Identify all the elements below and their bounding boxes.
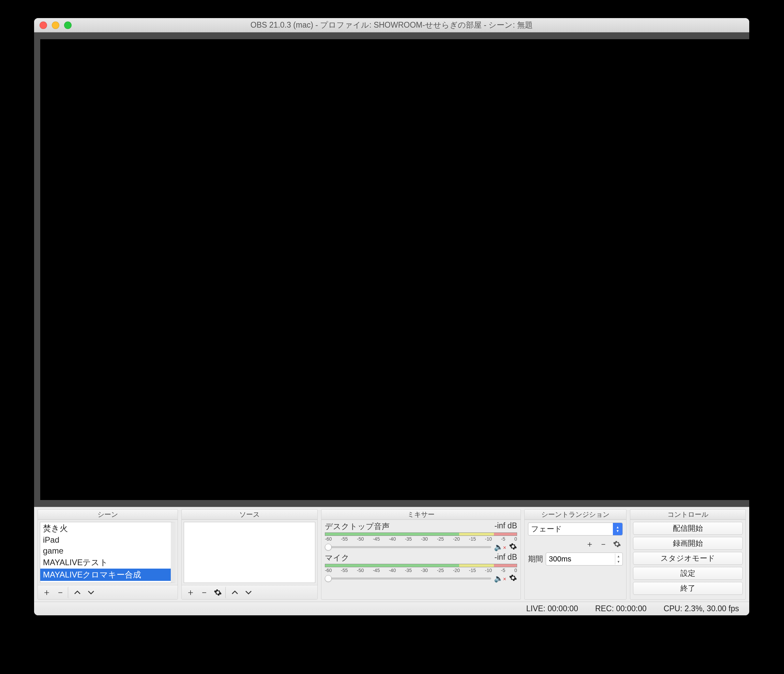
scene-add-button[interactable]: ＋ xyxy=(40,587,53,598)
source-add-button[interactable]: ＋ xyxy=(184,587,198,598)
window-title: OBS 21.0.3 (mac) - プロファイル: SHOWROOM-せせらぎ… xyxy=(34,20,749,30)
control-button[interactable]: 設定 xyxy=(633,567,743,580)
gear-icon xyxy=(214,588,222,597)
sources-toolbar: ＋ － xyxy=(182,585,317,599)
channel-settings-button[interactable] xyxy=(509,574,517,583)
source-remove-button[interactable]: － xyxy=(198,587,211,598)
stepper-icon[interactable]: ▲▼ xyxy=(615,554,622,565)
sources-list[interactable] xyxy=(184,522,315,583)
controls-header: コントロール xyxy=(630,510,745,520)
scene-item[interactable]: iPad xyxy=(40,535,171,545)
scene-item[interactable]: MAYALIVEクロマキー合成 xyxy=(40,569,171,581)
mixer-channel: デスクトップ音声-inf dB-60-55-50-45-40-35-30-25-… xyxy=(325,521,517,552)
scene-item[interactable]: 焚き火 xyxy=(40,522,171,535)
transition-select[interactable]: フェード ▲▼ xyxy=(528,523,623,535)
volume-slider[interactable] xyxy=(325,577,491,579)
preview-canvas[interactable] xyxy=(40,39,749,500)
transitions-panel: シーントランジション フェード ▲▼ ＋ － 期間 xyxy=(524,509,627,600)
source-properties-button[interactable] xyxy=(211,587,225,598)
control-button[interactable]: 録画開始 xyxy=(633,537,743,550)
duration-value: 300ms xyxy=(549,555,571,563)
mixer-header: ミキサー xyxy=(322,510,521,520)
mute-icon[interactable]: 🔈× xyxy=(494,543,506,552)
scene-item[interactable]: MAYALIVEテスト xyxy=(40,556,171,569)
mixer-panel: ミキサー デスクトップ音声-inf dB-60-55-50-45-40-35-3… xyxy=(321,509,521,600)
controls-panel: コントロール 配信開始録画開始スタジオモード設定終了 xyxy=(630,509,746,600)
transitions-header: シーントランジション xyxy=(524,510,626,520)
source-move-up-button[interactable] xyxy=(228,587,242,598)
status-live: LIVE: 00:00:00 xyxy=(526,604,578,613)
scene-remove-button[interactable]: － xyxy=(53,587,67,598)
status-cpu: CPU: 2.3%, 30.00 fps xyxy=(664,604,739,613)
channel-name: マイク xyxy=(325,552,349,563)
separator xyxy=(68,587,70,598)
channel-settings-button[interactable] xyxy=(509,542,517,552)
channel-level: -inf dB xyxy=(495,521,517,532)
scene-move-up-button[interactable] xyxy=(70,587,84,598)
duration-label: 期間 xyxy=(528,554,543,564)
titlebar: OBS 21.0.3 (mac) - プロファイル: SHOWROOM-せせらぎ… xyxy=(34,18,749,33)
mixer-channel: マイク-inf dB-60-55-50-45-40-35-30-25-20-15… xyxy=(325,552,517,583)
statusbar: LIVE: 00:00:00 REC: 00:00:00 CPU: 2.3%, … xyxy=(34,602,749,615)
scenes-panel: シーン 焚き火iPadgameMAYALIVEテストMAYALIVEクロマキー合… xyxy=(37,509,178,600)
transition-selected-value: フェード xyxy=(531,524,562,534)
transition-properties-button[interactable] xyxy=(611,539,623,549)
mute-icon[interactable]: 🔈× xyxy=(494,574,506,583)
volume-slider[interactable] xyxy=(325,546,491,548)
app-window: OBS 21.0.3 (mac) - プロファイル: SHOWROOM-せせらぎ… xyxy=(34,18,749,615)
meter-ticks: -60-55-50-45-40-35-30-25-20-15-10-50 xyxy=(325,568,517,573)
status-rec: REC: 00:00:00 xyxy=(595,604,647,613)
control-button[interactable]: 配信開始 xyxy=(633,522,743,535)
select-caret-icon: ▲▼ xyxy=(613,523,622,535)
duration-input[interactable]: 300ms ▲▼ xyxy=(546,552,623,566)
transition-remove-button[interactable]: － xyxy=(597,539,609,549)
dock-panels: シーン 焚き火iPadgameMAYALIVEテストMAYALIVEクロマキー合… xyxy=(34,507,749,602)
channel-level: -inf dB xyxy=(495,552,517,563)
scenes-toolbar: ＋ － xyxy=(38,585,177,599)
scene-item[interactable]: game xyxy=(40,545,171,556)
meter-ticks: -60-55-50-45-40-35-30-25-20-15-10-50 xyxy=(325,536,517,541)
gear-icon xyxy=(613,540,621,548)
transition-add-button[interactable]: ＋ xyxy=(584,539,596,549)
sources-panel: ソース ＋ － xyxy=(181,509,318,600)
channel-name: デスクトップ音声 xyxy=(325,521,390,532)
scenes-header: シーン xyxy=(38,510,177,520)
scene-move-down-button[interactable] xyxy=(84,587,98,598)
preview-area xyxy=(34,33,749,507)
volume-meter xyxy=(325,532,517,536)
sources-header: ソース xyxy=(182,510,317,520)
source-move-down-button[interactable] xyxy=(242,587,255,598)
mixer-body: デスクトップ音声-inf dB-60-55-50-45-40-35-30-25-… xyxy=(322,520,521,599)
volume-meter xyxy=(325,564,517,567)
control-button[interactable]: スタジオモード xyxy=(633,552,743,565)
separator xyxy=(225,587,227,598)
control-button[interactable]: 終了 xyxy=(633,582,743,595)
scenes-list[interactable]: 焚き火iPadgameMAYALIVEテストMAYALIVEクロマキー合成 xyxy=(40,522,176,583)
